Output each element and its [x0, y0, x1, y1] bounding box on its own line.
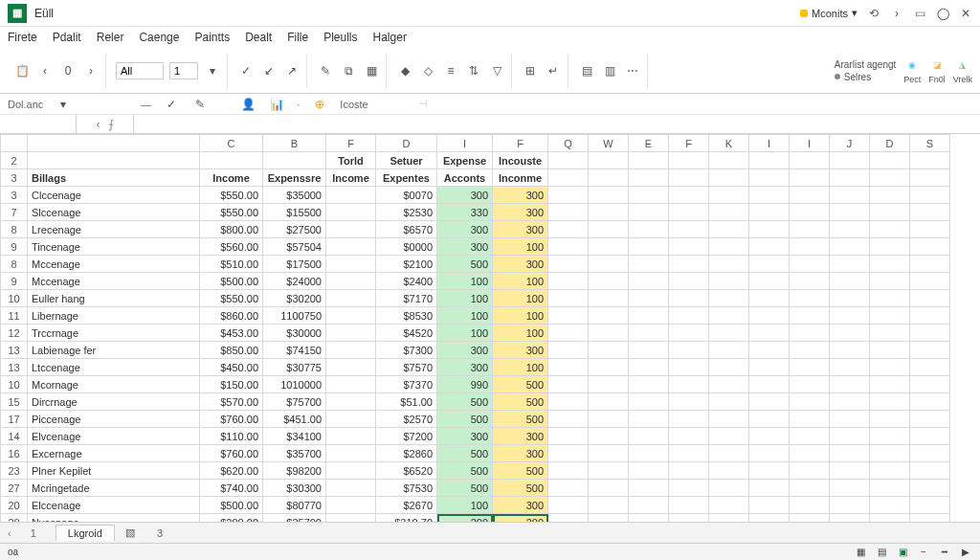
- increase-icon[interactable]: ↗: [283, 62, 301, 79]
- cell[interactable]: $800.00: [200, 221, 263, 238]
- col-header[interactable]: W: [589, 135, 629, 152]
- cell[interactable]: 1100750: [263, 307, 326, 325]
- font-dropdown-icon[interactable]: ▾: [204, 62, 221, 79]
- cell[interactable]: 500: [437, 462, 493, 480]
- cell[interactable]: Torld: [326, 152, 376, 169]
- row-header[interactable]: 20: [1, 497, 28, 514]
- cell[interactable]: 500: [493, 393, 548, 411]
- cell[interactable]: 300: [437, 221, 493, 238]
- cell[interactable]: $17500: [263, 256, 326, 273]
- cell[interactable]: $74150: [263, 342, 326, 359]
- cell[interactable]: Slccenage: [28, 204, 200, 221]
- row-header[interactable]: 12: [1, 325, 28, 342]
- cell[interactable]: Mccenage: [28, 273, 200, 290]
- cell[interactable]: Mcornage: [28, 376, 200, 393]
- cell-reference-box[interactable]: [0, 115, 77, 133]
- menu-reler[interactable]: Reler: [97, 31, 124, 44]
- cell[interactable]: $27500: [263, 221, 326, 238]
- user-badge[interactable]: Mconits ▾: [800, 7, 858, 19]
- cell[interactable]: $560.00: [200, 238, 263, 256]
- cell[interactable]: [263, 152, 326, 169]
- cell[interactable]: $6570: [376, 221, 437, 238]
- cell[interactable]: 300: [437, 342, 493, 359]
- cell[interactable]: 100: [437, 325, 493, 342]
- cell[interactable]: Billags: [28, 169, 200, 187]
- col-header[interactable]: C: [200, 135, 263, 152]
- cell[interactable]: [326, 307, 376, 325]
- cell[interactable]: 990: [437, 376, 493, 393]
- row-header[interactable]: 7: [1, 204, 28, 221]
- maximize-icon[interactable]: ◯: [936, 7, 949, 20]
- menu-firete[interactable]: Firete: [8, 31, 37, 44]
- cell[interactable]: $7170: [376, 290, 437, 307]
- more-icon[interactable]: ⋯: [624, 62, 641, 79]
- cell[interactable]: 300: [493, 256, 548, 273]
- cell[interactable]: $620.00: [200, 462, 263, 480]
- menu-halger[interactable]: Halger: [373, 31, 407, 44]
- tab-nav-prev[interactable]: ‹: [8, 527, 11, 539]
- cell[interactable]: 500: [493, 411, 548, 428]
- close-icon[interactable]: ✕: [959, 7, 972, 20]
- row-header[interactable]: 27: [1, 480, 28, 497]
- col-header[interactable]: S: [910, 135, 950, 152]
- cell[interactable]: $35700: [263, 445, 326, 462]
- cell[interactable]: $7570: [376, 359, 437, 376]
- col-header[interactable]: B: [263, 135, 326, 152]
- minimize-icon[interactable]: ▭: [913, 7, 926, 20]
- col-header[interactable]: I: [749, 135, 790, 152]
- cell[interactable]: $6520: [376, 462, 437, 480]
- cell[interactable]: $30775: [263, 359, 326, 376]
- cell[interactable]: $51.00: [376, 393, 437, 411]
- menu-paintts[interactable]: Paintts: [194, 31, 230, 44]
- row-header[interactable]: 9: [1, 238, 28, 256]
- cell[interactable]: 330: [437, 204, 493, 221]
- cell[interactable]: 300: [493, 187, 548, 204]
- cell[interactable]: $453.00: [200, 325, 263, 342]
- cell[interactable]: 100: [493, 325, 548, 342]
- sheet-extra-icon[interactable]: ▧: [122, 526, 138, 541]
- cell[interactable]: 100: [493, 238, 548, 256]
- cell[interactable]: [326, 497, 376, 514]
- align-icon[interactable]: ≡: [442, 62, 459, 79]
- cell[interactable]: $30200: [263, 290, 326, 307]
- cell[interactable]: 100: [493, 273, 548, 290]
- cell[interactable]: $510.00: [200, 256, 263, 273]
- col-header[interactable]: I: [790, 135, 830, 152]
- select-all-corner[interactable]: [1, 135, 28, 152]
- row-header[interactable]: 10: [1, 376, 28, 393]
- icolte-icon[interactable]: ⊕: [311, 96, 328, 113]
- row-header[interactable]: 14: [1, 428, 28, 445]
- cell[interactable]: [326, 393, 376, 411]
- merge-icon[interactable]: ⊞: [522, 62, 539, 79]
- cell[interactable]: [326, 376, 376, 393]
- cell[interactable]: 100: [493, 359, 548, 376]
- cell[interactable]: Inconme: [493, 169, 548, 187]
- wrap-icon[interactable]: ↵: [545, 62, 562, 79]
- vrek-button[interactable]: ◮Vrelk: [953, 57, 972, 84]
- chart-icon[interactable]: 📊: [268, 96, 285, 113]
- zoom-slider[interactable]: ━: [938, 546, 951, 559]
- cell[interactable]: Libernage: [28, 307, 200, 325]
- cell[interactable]: 300: [493, 204, 548, 221]
- cell[interactable]: $7530: [376, 480, 437, 497]
- cell[interactable]: 100: [437, 497, 493, 514]
- cell[interactable]: [326, 204, 376, 221]
- view-page-icon[interactable]: ▤: [875, 546, 888, 559]
- cell[interactable]: $15500: [263, 204, 326, 221]
- col-header[interactable]: K: [709, 135, 749, 152]
- cell[interactable]: 100: [493, 307, 548, 325]
- sort-icon[interactable]: ⇅: [465, 62, 482, 79]
- cell[interactable]: $570.00: [200, 393, 263, 411]
- cell[interactable]: $450.00: [200, 359, 263, 376]
- cell[interactable]: Dircrnage: [28, 393, 200, 411]
- filter-icon[interactable]: ▽: [488, 62, 505, 79]
- cell[interactable]: 500: [493, 480, 548, 497]
- cell[interactable]: $4520: [376, 325, 437, 342]
- col-header[interactable]: E: [629, 135, 669, 152]
- cell[interactable]: 300: [493, 342, 548, 359]
- col-header[interactable]: J: [830, 135, 870, 152]
- cell[interactable]: $760.00: [200, 445, 263, 462]
- row-header[interactable]: 3: [1, 187, 28, 204]
- cell[interactable]: [326, 325, 376, 342]
- cell[interactable]: $7200: [376, 428, 437, 445]
